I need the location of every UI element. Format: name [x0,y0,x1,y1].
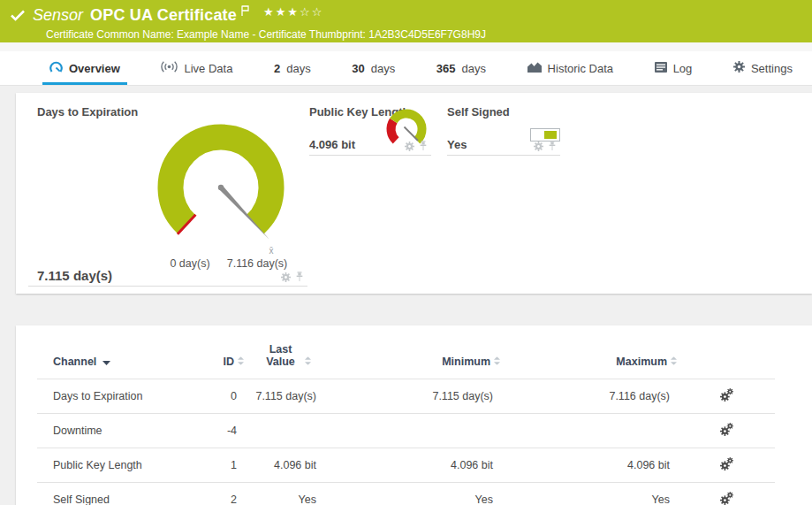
edit-channel-settings-icon[interactable] [720,495,733,505]
tab-live-data[interactable]: Live Data [154,51,239,85]
channel-name-cell[interactable]: Days to Expiration [37,379,205,414]
sort-icon [671,356,677,368]
column-header-id[interactable]: ID [205,325,246,379]
last-value-cell [246,414,325,448]
gauge-max-label: 7.116 day(s) [218,257,296,270]
minimum-cell: 7.115 day(s) [325,379,502,414]
gauge-panel-public-key-length: Public Key Length 4.096 bit [309,103,431,156]
channel-id-cell: -4 [205,414,246,448]
indicator-on-block [544,131,557,139]
table-row: Downtime -4 [37,414,775,448]
channel-settings-gear-icon[interactable] [534,142,543,151]
edit-channel-settings-icon[interactable] [720,392,733,404]
edit-channel-settings-icon[interactable] [720,426,733,439]
sort-icon [305,356,311,368]
header-spacer [0,42,812,51]
tab-live-data-label: Live Data [184,62,232,75]
page-content: Days to Expiration x̄ 0 day(s) 7.116 day… [0,86,812,504]
channel-name-cell[interactable]: Self Signed [37,483,205,505]
channel-settings-gear-icon[interactable] [405,142,414,151]
sensor-kind-label: Sensor [33,6,83,25]
tab-365-days[interactable]: 365 days [429,51,493,85]
sensor-title: OPC UA Certificate [90,6,237,25]
tab-30-days-number: 30 [352,62,364,75]
pin-channel-icon[interactable] [295,272,304,282]
tab-365-days-label: days [462,62,486,75]
gauge-icon [49,61,63,75]
table-row: Public Key Length 1 4.096 bit 4.096 bit … [37,448,775,483]
mean-marker: x̄ [269,246,274,256]
tab-bar: Overview Live Data 2 days 30 days 365 da… [0,51,812,86]
tab-settings[interactable]: Settings [726,51,800,85]
column-header-maximum[interactable]: Maximum [502,325,679,379]
gauge-panel-self-signed: Self Signed Yes [447,103,560,156]
sensor-subtitle: Certificate Common Name: Example Name - … [46,28,801,41]
tab-2-days-number: 2 [274,62,280,75]
edit-channel-settings-icon[interactable] [720,461,733,473]
channel-id-cell: 1 [205,448,246,483]
maximum-cell: Yes [502,483,679,505]
minimum-cell [325,414,502,448]
stars-filled[interactable]: ★★★ [263,5,300,19]
gear-icon [733,61,745,75]
column-header-last-value[interactable]: Last Value [246,325,325,379]
tab-30-days[interactable]: 30 days [345,51,402,85]
sensor-header: Sensor OPC UA Certificate ★★★☆☆ Certific… [0,0,812,42]
minimum-cell: 4.096 bit [325,448,502,483]
tab-365-days-number: 365 [436,62,456,75]
tab-settings-label: Settings [751,62,793,75]
status-ok-icon [11,10,25,21]
gauge-value: 4.096 bit [309,138,355,151]
table-header-row: Channel ID Last Value Minimum Maximum [37,325,775,379]
log-list-icon [655,62,667,75]
table-row: Days to Expiration 0 7.115 day(s) 7.115 … [37,379,775,414]
days-to-expiration-gauge: x̄ [133,105,309,282]
channel-name-cell[interactable]: Downtime [37,414,205,448]
tab-log-label: Log [673,62,693,75]
tab-overview[interactable]: Overview [42,51,127,85]
gauge-title: Self Signed [447,103,560,119]
gauge-min-label: 0 day(s) [156,257,224,270]
priority-flag-icon[interactable] [241,5,249,16]
tab-overview-label: Overview [69,62,120,75]
column-header-minimum[interactable]: Minimum [325,325,502,379]
sort-icon [494,356,500,368]
sort-icon [238,356,244,368]
table-row: Self Signed 2 Yes Yes Yes [37,483,775,505]
tab-log[interactable]: Log [648,51,700,85]
gauge-value: Yes [447,138,467,151]
tab-2-days-label: days [286,62,310,75]
channel-settings-gear-icon[interactable] [281,272,291,282]
last-value-cell: Yes [246,483,325,505]
gauge-value: 7.115 day(s) [37,268,112,283]
live-signal-icon [161,61,178,75]
last-value-cell: 7.115 day(s) [246,379,325,414]
maximum-cell: 4.096 bit [502,448,679,483]
column-header-channel[interactable]: Channel [37,325,205,379]
priority-stars[interactable]: ★★★☆☆ [263,5,323,19]
channel-id-cell: 2 [205,483,246,505]
stars-empty[interactable]: ☆☆ [300,5,323,19]
minimum-cell: Yes [325,483,502,505]
channel-id-cell: 0 [205,379,246,414]
channel-name-cell[interactable]: Public Key Length [37,448,205,483]
channels-table: Channel ID Last Value Minimum Maximum [37,325,775,505]
gauge-needle [405,127,419,142]
tab-historic-data[interactable]: Historic Data [520,51,620,85]
last-value-cell: 4.096 bit [246,448,325,483]
chevron-down-icon [102,356,110,368]
self-signed-indicator [530,128,560,142]
channels-table-card: Channel ID Last Value Minimum Maximum [16,325,812,505]
column-header-actions [679,325,775,379]
pin-channel-icon[interactable] [419,141,428,151]
tab-30-days-label: days [371,62,395,75]
gauge-panel-days-to-expiration: Days to Expiration x̄ 0 day(s) 7.116 day… [28,103,307,287]
maximum-cell [502,414,679,448]
pin-channel-icon[interactable] [548,141,557,151]
tab-2-days[interactable]: 2 days [267,51,318,85]
area-chart-icon [527,62,542,75]
tab-historic-data-label: Historic Data [548,62,613,75]
gauges-card: Days to Expiration x̄ 0 day(s) 7.116 day… [16,93,812,294]
maximum-cell: 7.116 day(s) [502,379,679,414]
